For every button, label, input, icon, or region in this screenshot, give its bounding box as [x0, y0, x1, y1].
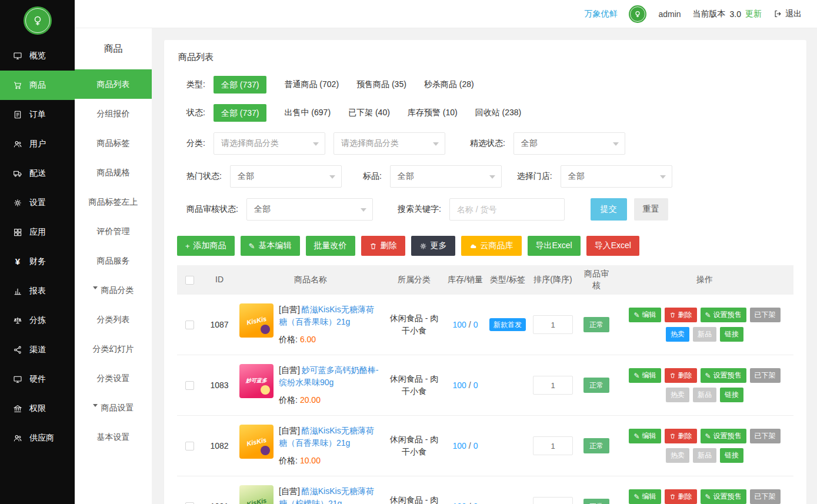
edit-button[interactable]: ✎编辑: [629, 368, 661, 383]
standard-select[interactable]: 全部: [390, 165, 502, 188]
submenu-item-category-slides[interactable]: 分类幻灯片: [75, 334, 152, 363]
audit-status-select[interactable]: 全部: [246, 198, 373, 221]
stock-link[interactable]: 100: [452, 502, 466, 504]
product-thumbnail[interactable]: KisKis: [239, 425, 274, 459]
delete-button[interactable]: 删除: [665, 429, 697, 443]
set-presale-button[interactable]: ✎设置预售: [701, 368, 746, 383]
edit-button[interactable]: ✎编辑: [629, 489, 661, 504]
sort-input[interactable]: [533, 376, 573, 395]
submenu-item-product-settings[interactable]: 商品设置: [75, 393, 152, 422]
product-thumbnail[interactable]: KisKis: [239, 303, 274, 338]
audit-status-badge[interactable]: 正常: [583, 438, 609, 453]
hot-sale-button[interactable]: 热卖: [666, 448, 689, 463]
sidebar-item-sorting[interactable]: 分拣: [0, 306, 75, 335]
keyword-search-input[interactable]: [449, 198, 565, 221]
category-select-1[interactable]: 请选择商品分类: [214, 132, 325, 155]
update-link[interactable]: 更新: [745, 9, 762, 19]
export-excel-button[interactable]: 导出Excel: [528, 236, 581, 256]
stock-link[interactable]: 100: [452, 380, 466, 390]
sidebar-item-channels[interactable]: 渠道: [0, 335, 75, 365]
submenu-item-category-list[interactable]: 分类列表: [75, 305, 152, 334]
user-avatar[interactable]: [629, 5, 646, 23]
add-product-button[interactable]: +添加商品: [177, 236, 235, 256]
edit-button[interactable]: ✎编辑: [629, 308, 661, 322]
sidebar-item-reports[interactable]: 报表: [0, 276, 75, 306]
submenu-item-category-settings[interactable]: 分类设置: [75, 363, 152, 393]
submenu-item-basic-settings[interactable]: 基本设置: [75, 422, 152, 452]
submenu-item-product-specs[interactable]: 商品规格: [75, 158, 152, 187]
link-button[interactable]: 链接: [720, 388, 743, 402]
sales-link[interactable]: 0: [473, 320, 478, 329]
filter-status-recycle[interactable]: 回收站 (238): [475, 108, 522, 118]
submenu-item-product-tag-topleft[interactable]: 商品标签左上: [75, 187, 152, 216]
stock-link[interactable]: 100: [452, 320, 466, 329]
new-product-button[interactable]: 新品: [693, 388, 716, 402]
set-presale-button[interactable]: ✎设置预售: [701, 308, 746, 322]
sidebar-item-suppliers[interactable]: 供应商: [0, 423, 75, 453]
product-thumbnail[interactable]: 妙可蓝多: [239, 364, 274, 398]
site-home-link[interactable]: 万象优鲜: [584, 9, 617, 19]
new-product-button[interactable]: 新品: [693, 448, 716, 463]
link-button[interactable]: 链接: [720, 448, 743, 463]
sort-input[interactable]: [533, 436, 573, 455]
sales-link[interactable]: 0: [473, 502, 478, 504]
username[interactable]: admin: [658, 9, 681, 19]
hot-status-select[interactable]: 全部: [230, 165, 342, 188]
off-shelf-button[interactable]: 已下架: [750, 489, 781, 504]
submenu-item-product-categories[interactable]: 商品分类: [75, 275, 152, 305]
edit-button[interactable]: ✎编辑: [629, 429, 661, 443]
new-product-button[interactable]: 新品: [693, 327, 716, 342]
row-checkbox[interactable]: [185, 502, 194, 504]
submenu-item-group-quote[interactable]: 分组报价: [75, 99, 152, 128]
filter-status-all[interactable]: 全部 (737): [214, 104, 267, 122]
select-all-checkbox[interactable]: [185, 276, 194, 285]
sidebar-item-overview[interactable]: 概览: [0, 41, 75, 71]
audit-status-badge[interactable]: 正常: [583, 378, 609, 393]
hot-sale-button[interactable]: 热卖: [666, 388, 689, 402]
sidebar-item-users[interactable]: 用户: [0, 129, 75, 159]
sidebar-item-hardware[interactable]: 硬件: [0, 365, 75, 394]
filter-type-seckill[interactable]: 秒杀商品 (28): [424, 79, 474, 90]
sidebar-item-apps[interactable]: 应用: [0, 218, 75, 247]
audit-status-badge[interactable]: 正常: [583, 317, 609, 332]
product-thumbnail[interactable]: KisKis: [239, 485, 274, 504]
hot-sale-button[interactable]: 热卖: [666, 327, 689, 342]
sort-input[interactable]: [533, 497, 573, 504]
audit-status-badge[interactable]: 正常: [583, 499, 609, 504]
filter-type-normal[interactable]: 普通商品 (702): [284, 79, 339, 90]
sales-link[interactable]: 0: [473, 441, 478, 450]
filter-status-onsale[interactable]: 出售中 (697): [284, 108, 331, 118]
delete-button[interactable]: 删除: [665, 489, 697, 504]
row-checkbox[interactable]: [185, 442, 194, 450]
set-presale-button[interactable]: ✎设置预售: [701, 489, 746, 504]
submenu-item-product-tags[interactable]: 商品标签: [75, 128, 152, 158]
sort-input[interactable]: [533, 315, 573, 334]
submit-button[interactable]: 提交: [591, 198, 627, 221]
sidebar-item-delivery[interactable]: 配送: [0, 159, 75, 188]
off-shelf-button[interactable]: 已下架: [750, 308, 781, 322]
featured-select[interactable]: 全部: [513, 132, 625, 155]
batch-price-button[interactable]: 批量改价: [306, 236, 355, 256]
sidebar-item-orders[interactable]: 订单: [0, 100, 75, 129]
filter-status-stockwarning[interactable]: 库存预警 (10): [408, 108, 458, 118]
cloud-library-button[interactable]: 云商品库: [461, 236, 522, 256]
store-select[interactable]: 全部: [561, 165, 672, 188]
set-presale-button[interactable]: ✎设置预售: [701, 429, 746, 443]
import-excel-button[interactable]: 导入Excel: [586, 236, 639, 256]
basic-edit-button[interactable]: ✎基本编辑: [241, 236, 300, 256]
row-checkbox[interactable]: [185, 321, 194, 329]
delete-selected-button[interactable]: 删除: [361, 236, 405, 256]
sales-link[interactable]: 0: [473, 380, 478, 390]
submenu-item-product-list[interactable]: 商品列表: [75, 69, 152, 99]
delete-button[interactable]: 删除: [665, 368, 697, 383]
row-checkbox[interactable]: [185, 381, 194, 390]
logout-button[interactable]: 退出: [773, 9, 802, 19]
off-shelf-button[interactable]: 已下架: [750, 368, 781, 383]
filter-status-offshelf[interactable]: 已下架 (40): [348, 108, 390, 118]
link-button[interactable]: 链接: [720, 327, 743, 342]
sidebar-item-permissions[interactable]: 权限: [0, 394, 75, 423]
sidebar-item-finance[interactable]: ¥ 财务: [0, 247, 75, 276]
off-shelf-button[interactable]: 已下架: [750, 429, 781, 443]
app-logo[interactable]: [0, 0, 75, 41]
sidebar-item-products[interactable]: 商品: [0, 71, 75, 100]
